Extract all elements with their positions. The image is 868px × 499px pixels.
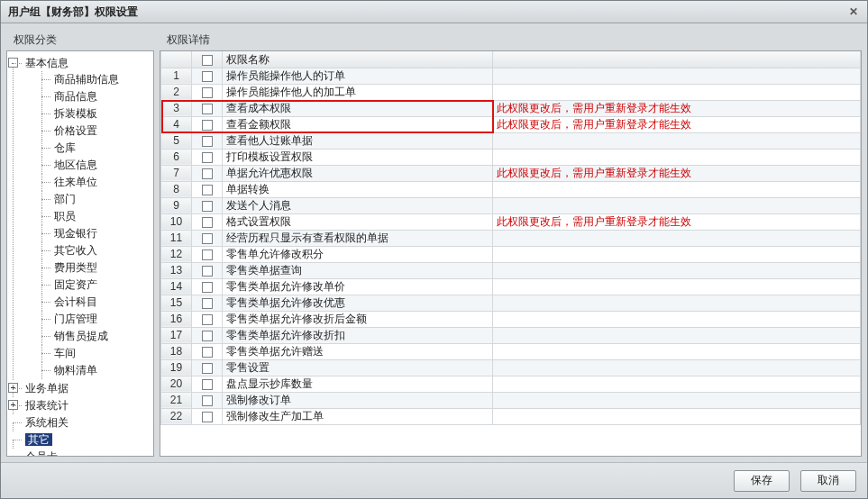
row-checkbox[interactable] (202, 87, 213, 98)
table-row[interactable]: 3查看成本权限此权限更改后，需用户重新登录才能生效 (161, 100, 861, 116)
row-checkbox[interactable] (202, 104, 213, 114)
row-checkbox[interactable] (202, 71, 213, 82)
table-row[interactable]: 11经营历程只显示有查看权限的单据 (161, 230, 861, 246)
tree-node[interactable]: 门店管理 (54, 313, 97, 325)
row-checkbox-cell[interactable] (192, 197, 223, 213)
table-row[interactable]: 19零售设置 (161, 359, 861, 376)
tree-node[interactable]: 部门 (54, 193, 76, 205)
tree-node[interactable]: 商品信息 (54, 90, 97, 103)
table-row[interactable]: 8单据转换 (161, 181, 861, 197)
save-button[interactable]: 保存 (734, 470, 790, 492)
row-checkbox[interactable] (202, 120, 213, 131)
table-row[interactable]: 15零售类单据允许修改优惠 (161, 295, 861, 311)
tree-node[interactable]: 现金银行 (54, 227, 97, 240)
tree-node[interactable]: 职员 (54, 210, 76, 222)
row-checkbox[interactable] (202, 233, 213, 244)
tree-node[interactable]: 基本信息 (25, 57, 69, 69)
table-row[interactable]: 6打印模板设置权限 (161, 149, 861, 165)
row-checkbox[interactable] (202, 136, 213, 147)
row-checkbox[interactable] (202, 201, 213, 212)
tree-node[interactable]: 会员卡 (25, 450, 58, 457)
table-row[interactable]: 21强制修改订单 (161, 392, 861, 408)
table-row[interactable]: 20盘点显示抄库数量 (161, 376, 861, 392)
row-checkbox[interactable] (202, 152, 213, 163)
row-checkbox-cell[interactable] (192, 327, 223, 343)
row-checkbox-cell[interactable] (192, 295, 223, 311)
tree-toggle[interactable]: + (8, 400, 18, 410)
row-checkbox-cell[interactable] (192, 359, 223, 376)
table-row[interactable]: 14零售类单据允许修改单价 (161, 278, 861, 295)
row-checkbox-cell[interactable] (192, 213, 223, 230)
row-checkbox-cell[interactable] (192, 84, 223, 100)
tree-node[interactable]: 系统相关 (25, 416, 69, 429)
tree-node[interactable]: 往来单位 (54, 176, 97, 188)
row-checkbox-cell[interactable] (192, 181, 223, 197)
table-row[interactable]: 2操作员能操作他人的加工单 (161, 84, 861, 100)
row-checkbox[interactable] (202, 412, 213, 422)
tree-node[interactable]: 费用类型 (54, 261, 97, 274)
tree-node[interactable]: 仓库 (54, 141, 76, 154)
tree-node[interactable]: 价格设置 (54, 124, 97, 137)
tree-node[interactable]: 物料清单 (54, 364, 97, 377)
row-checkbox[interactable] (202, 185, 213, 195)
tree-toggle[interactable]: + (8, 383, 18, 393)
row-checkbox-cell[interactable] (192, 392, 223, 408)
row-checkbox-cell[interactable] (192, 149, 223, 165)
tree-node[interactable]: 拆装模板 (54, 107, 97, 120)
row-checkbox-cell[interactable] (192, 343, 223, 359)
table-row[interactable]: 16零售类单据允许修改折后金额 (161, 311, 861, 327)
tree-node[interactable]: 业务单据 (25, 382, 69, 395)
tree-node[interactable]: 报表统计 (25, 399, 69, 412)
row-checkbox[interactable] (202, 250, 213, 260)
category-tree[interactable]: -基本信息商品辅助信息商品信息拆装模板价格设置仓库地区信息往来单位部门职员现金银… (6, 50, 154, 457)
table-row[interactable]: 9发送个人消息 (161, 197, 861, 213)
row-checkbox-cell[interactable] (192, 100, 223, 116)
tree-toggle[interactable]: - (8, 58, 18, 68)
row-checkbox-cell[interactable] (192, 262, 223, 278)
row-checkbox[interactable] (202, 314, 213, 325)
row-checkbox[interactable] (202, 266, 213, 277)
permission-grid[interactable]: 权限名称 1操作员能操作他人的订单2操作员能操作他人的加工单3查看成本权限此权限… (160, 50, 862, 457)
row-checkbox-cell[interactable] (192, 165, 223, 181)
row-checkbox-cell[interactable] (192, 68, 223, 84)
tree-node[interactable]: 会计科目 (54, 295, 97, 308)
col-chk[interactable] (192, 51, 223, 68)
row-checkbox[interactable] (202, 379, 213, 390)
row-checkbox[interactable] (202, 298, 213, 309)
tree-node[interactable]: 其它收入 (54, 244, 97, 257)
row-checkbox-cell[interactable] (192, 132, 223, 149)
tree-node[interactable]: 地区信息 (54, 159, 97, 171)
row-checkbox-cell[interactable] (192, 408, 223, 424)
row-checkbox[interactable] (202, 395, 213, 406)
table-row[interactable]: 13零售类单据查询 (161, 262, 861, 278)
row-checkbox-cell[interactable] (192, 376, 223, 392)
row-checkbox[interactable] (202, 331, 213, 341)
row-checkbox-cell[interactable] (192, 116, 223, 132)
tree-node[interactable]: 销售员提成 (54, 330, 108, 342)
row-checkbox[interactable] (202, 217, 213, 228)
tree-node[interactable]: 商品辅助信息 (54, 73, 119, 86)
table-row[interactable]: 4查看金额权限此权限更改后，需用户重新登录才能生效 (161, 116, 861, 132)
table-row[interactable]: 22强制修改生产加工单 (161, 408, 861, 424)
tree-node[interactable]: 其它 (25, 433, 52, 446)
row-checkbox-cell[interactable] (192, 246, 223, 262)
row-checkbox[interactable] (202, 347, 213, 358)
check-all[interactable] (202, 55, 213, 66)
table-row[interactable]: 10格式设置权限此权限更改后，需用户重新登录才能生效 (161, 213, 861, 230)
table-row[interactable]: 18零售类单据允许赠送 (161, 343, 861, 359)
table-row[interactable]: 5查看他人过账单据 (161, 132, 861, 149)
table-row[interactable]: 12零售单允许修改积分 (161, 246, 861, 262)
tree-node[interactable]: 车间 (54, 347, 76, 359)
table-row[interactable]: 7单据允许优惠权限此权限更改后，需用户重新登录才能生效 (161, 165, 861, 181)
row-checkbox[interactable] (202, 168, 213, 179)
table-row[interactable]: 1操作员能操作他人的订单 (161, 68, 861, 84)
row-checkbox[interactable] (202, 282, 213, 293)
close-icon[interactable]: ✕ (845, 5, 862, 19)
row-checkbox-cell[interactable] (192, 230, 223, 246)
table-row[interactable]: 17零售类单据允许修改折扣 (161, 327, 861, 343)
row-checkbox-cell[interactable] (192, 278, 223, 295)
tree-node[interactable]: 固定资产 (54, 278, 97, 291)
row-checkbox-cell[interactable] (192, 311, 223, 327)
row-checkbox[interactable] (202, 363, 213, 374)
cancel-button[interactable]: 取消 (800, 470, 856, 492)
